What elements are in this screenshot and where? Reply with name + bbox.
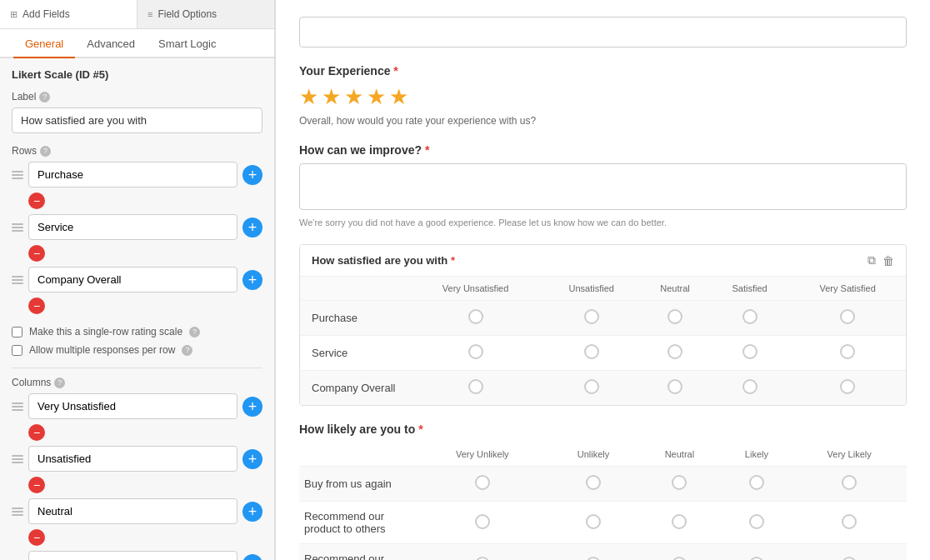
radio-circle[interactable] — [842, 475, 857, 490]
single-row-checkbox[interactable] — [12, 327, 22, 338]
star-5[interactable]: ★ — [389, 84, 408, 110]
likely-section: How likely are you to * Very Unlikely Un… — [299, 422, 907, 560]
star-4[interactable]: ★ — [367, 84, 386, 110]
add-col-4-button[interactable]: + — [242, 554, 262, 561]
remove-col-3-button[interactable]: − — [28, 529, 45, 546]
radio-circle[interactable] — [586, 475, 601, 490]
radio-circle[interactable] — [584, 309, 599, 324]
top-tabs: ⊞ Add Fields ≡ Field Options — [0, 0, 274, 29]
required-star: * — [451, 254, 455, 267]
top-placeholder-input[interactable] — [299, 17, 907, 48]
col-input-1[interactable] — [28, 393, 238, 419]
likely-heading: How likely are you to * — [299, 422, 907, 436]
tab-add-fields[interactable]: ⊞ Add Fields — [0, 0, 138, 28]
label-input[interactable] — [12, 108, 262, 133]
duplicate-button[interactable]: ⧉ — [868, 253, 876, 268]
radio-circle[interactable] — [668, 379, 682, 394]
col-header-unsatisfied: Unsatisfied — [542, 277, 640, 301]
drag-handle[interactable] — [12, 508, 23, 516]
col-header-satisfied: Satisfied — [710, 277, 789, 301]
multiple-responses-checkbox[interactable] — [12, 345, 22, 356]
col-header-very-unlikely: Very Unlikely — [416, 442, 549, 467]
tab-field-options[interactable]: ≡ Field Options — [138, 0, 274, 28]
add-col-3-button[interactable]: + — [242, 502, 262, 522]
radio-circle[interactable] — [475, 557, 490, 561]
drag-handle[interactable] — [12, 455, 23, 463]
tab-general[interactable]: General — [13, 29, 75, 58]
col-header-neutral: Neutral — [640, 277, 710, 301]
col-header-unlikely: Unlikely — [549, 442, 638, 467]
remove-row-3-button[interactable]: − — [28, 298, 45, 314]
radio-circle[interactable] — [742, 309, 758, 324]
column-item: + — [12, 498, 262, 524]
your-experience-heading: Your Experience * — [299, 64, 907, 78]
radio-circle[interactable] — [468, 379, 483, 394]
radio-circle[interactable] — [840, 379, 855, 394]
add-col-1-button[interactable]: + — [242, 397, 262, 417]
add-row-1-button[interactable]: + — [242, 165, 262, 185]
col-header-neutral: Neutral — [638, 442, 721, 467]
radio-circle[interactable] — [672, 557, 687, 561]
radio-circle[interactable] — [672, 514, 687, 529]
col-input-3[interactable] — [28, 498, 238, 524]
radio-circle[interactable] — [584, 344, 599, 359]
star-1[interactable]: ★ — [299, 84, 318, 110]
rating-subtitle: Overall, how would you rate your experie… — [299, 115, 907, 127]
radio-circle[interactable] — [586, 557, 601, 561]
panel-content: Likert Scale (ID #5) Label ? Rows ? + − — [0, 58, 274, 560]
likert-header: How satisfied are you with * ⧉ 🗑 — [300, 245, 906, 277]
rows-help-icon[interactable]: ? — [40, 146, 51, 157]
likert-title: How satisfied are you with * — [312, 254, 455, 267]
multiple-responses-help-icon[interactable]: ? — [182, 345, 192, 356]
add-col-2-button[interactable]: + — [242, 449, 262, 469]
radio-circle[interactable] — [672, 475, 687, 490]
row-label: Recommend our product to others — [299, 502, 416, 544]
improve-textarea[interactable] — [299, 163, 907, 210]
radio-circle[interactable] — [468, 309, 483, 324]
col-input-4[interactable] — [28, 551, 238, 560]
radio-circle[interactable] — [749, 475, 764, 490]
second-tabs: General Advanced Smart Logic — [0, 29, 274, 58]
col-header-empty — [300, 277, 408, 301]
single-row-help-icon[interactable]: ? — [189, 327, 200, 338]
star-2[interactable]: ★ — [322, 84, 341, 110]
radio-circle[interactable] — [668, 309, 682, 324]
tab-smart-logic[interactable]: Smart Logic — [147, 29, 228, 58]
radio-circle[interactable] — [586, 514, 601, 529]
drag-handle[interactable] — [12, 171, 23, 179]
radio-circle[interactable] — [749, 557, 764, 561]
columns-help-icon[interactable]: ? — [54, 378, 65, 388]
drag-handle[interactable] — [12, 223, 23, 232]
col-input-2[interactable] — [28, 446, 238, 472]
tab-advanced[interactable]: Advanced — [75, 29, 147, 58]
radio-circle[interactable] — [842, 557, 857, 561]
remove-row-1-button[interactable]: − — [28, 192, 45, 209]
add-row-3-button[interactable]: + — [242, 270, 262, 290]
add-row-2-button[interactable]: + — [242, 218, 262, 238]
radio-circle[interactable] — [842, 514, 857, 529]
radio-circle[interactable] — [668, 344, 682, 359]
row-label: Company Overall — [300, 371, 408, 406]
row-input-1[interactable] — [28, 162, 238, 188]
remove-row-2-button[interactable]: − — [28, 245, 45, 262]
radio-circle[interactable] — [749, 514, 764, 529]
row-input-2[interactable] — [28, 214, 238, 240]
improve-heading: How can we improve? * — [299, 143, 907, 157]
remove-col-2-button[interactable]: − — [28, 477, 45, 493]
radio-circle[interactable] — [742, 379, 758, 394]
radio-circle[interactable] — [475, 475, 490, 490]
drag-handle[interactable] — [12, 276, 23, 284]
radio-circle[interactable] — [584, 379, 599, 394]
radio-circle[interactable] — [840, 344, 855, 359]
label-help-icon[interactable]: ? — [39, 92, 50, 102]
radio-circle[interactable] — [840, 309, 855, 324]
star-3[interactable]: ★ — [344, 84, 363, 110]
radio-circle[interactable] — [468, 344, 483, 359]
row-input-3[interactable] — [28, 267, 238, 292]
radio-circle[interactable] — [742, 344, 758, 359]
field-options-icon: ≡ — [148, 9, 152, 19]
drag-handle[interactable] — [12, 402, 23, 411]
remove-col-1-button[interactable]: − — [28, 424, 45, 441]
radio-circle[interactable] — [475, 514, 490, 529]
delete-button[interactable]: 🗑 — [882, 253, 894, 268]
